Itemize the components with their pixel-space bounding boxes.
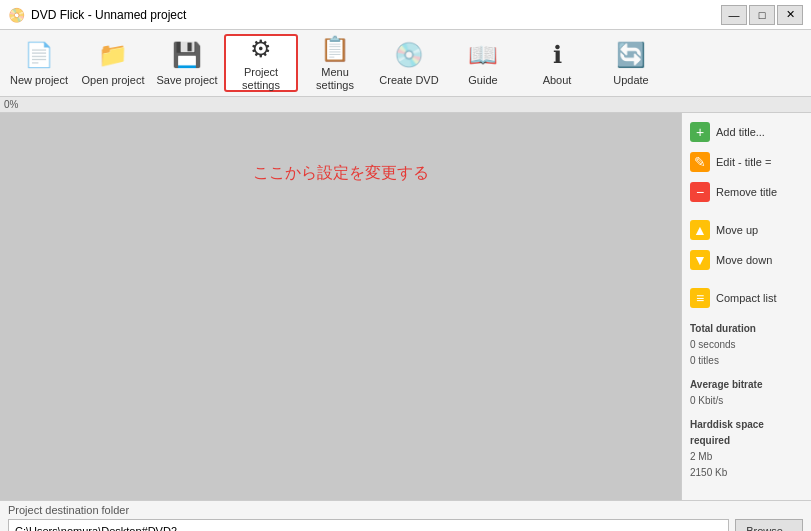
sidebar-btn-add-title[interactable]: + Add title...: [686, 119, 807, 145]
move-down-label: Move down: [716, 254, 772, 266]
toolbar: 📄 New project 📁 Open project 💾 Save proj…: [0, 30, 811, 97]
move-down-icon: ▼: [690, 250, 710, 270]
open-project-icon: 📁: [97, 40, 129, 71]
right-sidebar: + Add title... ✎ Edit - title = − Remove…: [681, 113, 811, 500]
total-duration-value: 0 seconds: [690, 337, 803, 353]
progress-bar-area: 0%: [0, 97, 811, 113]
browse-button[interactable]: Browse...: [735, 519, 803, 531]
close-button[interactable]: ✕: [777, 5, 803, 25]
title-bar: 📀 DVD Flick - Unnamed project — □ ✕: [0, 0, 811, 30]
about-icon: ℹ: [541, 40, 573, 71]
menu-settings-label: Menu settings: [302, 66, 368, 90]
minimize-button[interactable]: —: [721, 5, 747, 25]
sidebar-btn-edit-title[interactable]: ✎ Edit - title =: [686, 149, 807, 175]
add-title-label: Add title...: [716, 126, 765, 138]
remove-title-label: Remove title: [716, 186, 777, 198]
about-label: About: [543, 74, 572, 86]
new-project-icon: 📄: [23, 40, 55, 71]
toolbar-btn-about[interactable]: ℹ About: [520, 34, 594, 92]
content-annotation: ここから設定を変更する: [253, 163, 429, 184]
total-titles-value: 0 titles: [690, 353, 803, 369]
avg-bitrate-label: Average bitrate: [690, 377, 803, 393]
project-settings-label: Project settings: [228, 66, 294, 90]
guide-label: Guide: [468, 74, 497, 86]
folder-destination-label: Project destination folder: [8, 504, 803, 516]
toolbar-btn-project-settings[interactable]: ⚙ Project settings: [224, 34, 298, 92]
project-settings-icon: ⚙: [245, 35, 277, 63]
toolbar-btn-save-project[interactable]: 💾 Save project: [150, 34, 224, 92]
compact-list-label: Compact list: [716, 292, 777, 304]
bottom-area: Project destination folderBrowse...: [0, 500, 811, 531]
toolbar-btn-new-project[interactable]: 📄 New project: [2, 34, 76, 92]
window-title: DVD Flick - Unnamed project: [31, 8, 186, 22]
harddisk-label: Harddisk space required: [690, 417, 803, 449]
remove-title-icon: −: [690, 182, 710, 202]
save-project-label: Save project: [156, 74, 217, 86]
progress-label: 0%: [4, 99, 18, 110]
toolbar-btn-guide[interactable]: 📖 Guide: [446, 34, 520, 92]
toolbar-btn-create-dvd[interactable]: 💿 Create DVD: [372, 34, 446, 92]
toolbar-btn-menu-settings[interactable]: 📋 Menu settings: [298, 34, 372, 92]
move-up-label: Move up: [716, 224, 758, 236]
menu-settings-icon: 📋: [319, 35, 351, 63]
app-icon: 📀: [8, 7, 25, 23]
sidebar-btn-remove-title[interactable]: − Remove title: [686, 179, 807, 205]
total-duration-label: Total duration: [690, 321, 803, 337]
toolbar-btn-open-project[interactable]: 📁 Open project: [76, 34, 150, 92]
create-dvd-icon: 💿: [393, 40, 425, 71]
create-dvd-label: Create DVD: [379, 74, 438, 86]
guide-icon: 📖: [467, 40, 499, 71]
main-area: ここから設定を変更する + Add title... ✎ Edit - titl…: [0, 113, 811, 500]
sidebar-btn-move-up[interactable]: ▲ Move up: [686, 217, 807, 243]
add-title-icon: +: [690, 122, 710, 142]
update-icon: 🔄: [615, 40, 647, 71]
toolbar-btn-update[interactable]: 🔄 Update: [594, 34, 668, 92]
new-project-label: New project: [10, 74, 68, 86]
content-area: ここから設定を変更する: [0, 113, 681, 500]
harddisk-value1: 2 Mb: [690, 449, 803, 465]
edit-title-icon: ✎: [690, 152, 710, 172]
folder-section: Project destination folderBrowse...: [8, 504, 803, 531]
sidebar-stats: Total duration 0 seconds 0 titles Averag…: [686, 315, 807, 495]
open-project-label: Open project: [82, 74, 145, 86]
compact-list-icon: ≡: [690, 288, 710, 308]
sidebar-btn-compact-list[interactable]: ≡ Compact list: [686, 285, 807, 311]
sidebar-btn-move-down[interactable]: ▼ Move down: [686, 247, 807, 273]
restore-button[interactable]: □: [749, 5, 775, 25]
avg-bitrate-value: 0 Kbit/s: [690, 393, 803, 409]
edit-title-label: Edit - title =: [716, 156, 771, 168]
update-label: Update: [613, 74, 648, 86]
harddisk-value2: 2150 Kb: [690, 465, 803, 481]
move-up-icon: ▲: [690, 220, 710, 240]
save-project-icon: 💾: [171, 40, 203, 71]
folder-path-input[interactable]: [8, 519, 729, 531]
